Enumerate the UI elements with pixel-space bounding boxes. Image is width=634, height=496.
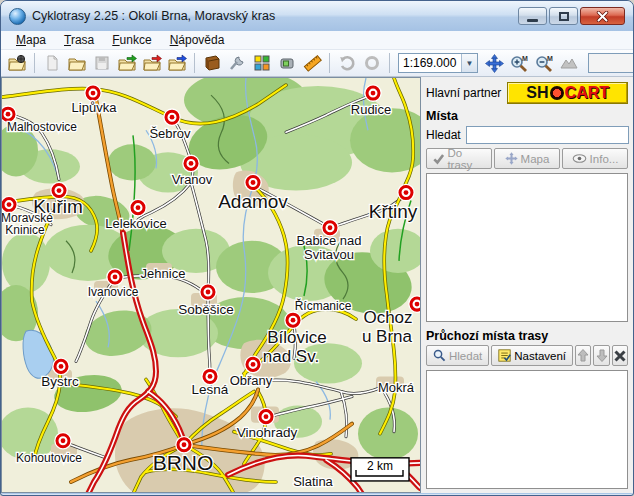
poi-marker[interactable] [107, 269, 123, 285]
poi-marker[interactable] [176, 437, 192, 453]
route-search-button[interactable]: Hledat [426, 345, 489, 366]
minimize-button[interactable] [518, 7, 547, 25]
zoom-out-map-icon: M [534, 54, 554, 73]
ruler-button[interactable] [300, 52, 324, 75]
map-place-label: nad Sv. [263, 347, 319, 366]
poi-marker[interactable] [200, 284, 216, 300]
places-panel-title: Místa [426, 109, 628, 123]
svg-text:M: M [547, 54, 553, 61]
poi-marker[interactable] [245, 356, 261, 372]
menu-bar: MapaTrasaFunkceNápověda [1, 31, 633, 50]
toolbar: 1:169.000 ▼ M [1, 50, 633, 77]
partner-label: Hlavní partner [426, 86, 501, 100]
chevron-down-icon[interactable]: ▼ [461, 54, 477, 72]
map-place-label: Ivanovice [88, 285, 139, 299]
map-place-label: Lipůvka [72, 100, 118, 115]
map-place-label: Adamov [218, 191, 288, 212]
poi-marker[interactable] [398, 185, 414, 201]
arrow-up-icon [577, 349, 589, 362]
menu-item-trasa[interactable]: Trasa [55, 31, 103, 49]
close-button[interactable] [580, 7, 625, 25]
poi-marker[interactable] [245, 174, 261, 190]
legend-squares-button[interactable] [250, 52, 274, 75]
move-up-button[interactable] [575, 345, 591, 366]
zoom-out-map-button[interactable]: M [532, 52, 556, 75]
menu-item-napoveda[interactable]: Nápověda [161, 31, 234, 49]
open-folder-icon [68, 54, 87, 72]
map-place-label: Malhostovice [7, 120, 77, 134]
map-place-label: Slatina [293, 474, 333, 489]
places-list[interactable] [426, 173, 628, 322]
map-place-label: Vinohrady [237, 425, 298, 440]
delete-button[interactable] [612, 345, 628, 366]
shocart-logo[interactable]: SHCART [507, 82, 628, 104]
ruler-icon [303, 54, 322, 72]
open-folder-button[interactable] [65, 52, 89, 75]
route-list[interactable] [426, 370, 628, 489]
poi-marker[interactable] [53, 358, 69, 374]
redo-button[interactable] [360, 52, 384, 75]
map-frame: 2 km MalhostoviceLipůvkaŠebrovRudiceVran… [1, 77, 421, 493]
app-window: Cyklotrasy 2.25 : Okolí Brna, Moravský k… [0, 0, 634, 496]
save-icon [93, 54, 111, 72]
folder-export-blue-button[interactable] [165, 52, 189, 75]
poi-marker[interactable] [183, 155, 199, 171]
search-label: Hledat [426, 128, 461, 142]
settings-checklist-icon [498, 349, 511, 362]
book-icon [203, 54, 222, 72]
menu-item-mapa[interactable]: Mapa [7, 31, 55, 49]
zoom-in-map-button[interactable]: M [507, 52, 531, 75]
gps-device-button[interactable] [275, 52, 299, 75]
close-x-icon [614, 350, 626, 362]
poi-marker[interactable] [130, 200, 146, 216]
maximize-icon [559, 12, 569, 21]
poi-marker[interactable] [258, 409, 274, 425]
route-settings-button[interactable]: Nastavení [491, 345, 573, 366]
folder-export-red-icon [143, 54, 162, 72]
folder-export-green-button[interactable] [115, 52, 139, 75]
map-place-label: Šebrov [149, 126, 191, 141]
save-button[interactable] [90, 52, 114, 75]
info-button[interactable]: Info... [562, 148, 628, 169]
redo-icon [363, 54, 381, 72]
undo-button[interactable] [335, 52, 359, 75]
close-icon [596, 11, 609, 22]
poi-marker[interactable] [365, 85, 381, 101]
map-place-label: Svitavou [304, 247, 354, 262]
map-place-label: Kninice [5, 223, 45, 237]
svg-text:M: M [522, 54, 528, 61]
svg-text:2 km: 2 km [367, 459, 393, 473]
map-canvas[interactable]: 2 km MalhostoviceLipůvkaŠebrovRudiceVran… [2, 78, 420, 492]
sidebar: Hlavní partner SHCART Místa Hledat Do tr… [421, 77, 633, 493]
arrow-down-icon [596, 349, 608, 362]
poi-marker[interactable] [164, 109, 180, 125]
pan-icon [485, 54, 504, 73]
check-icon [433, 153, 444, 165]
elevation-profile-button[interactable] [557, 52, 581, 75]
pan-button[interactable] [482, 52, 506, 75]
folder-export-red-button[interactable] [140, 52, 164, 75]
route-panel-title: Průchozí místa trasy [426, 329, 628, 343]
add-to-route-button[interactable]: Do trasy [426, 148, 492, 169]
scale-combobox[interactable]: 1:169.000 ▼ [398, 53, 478, 73]
move-down-button[interactable] [593, 345, 609, 366]
show-on-map-button[interactable]: Mapa [494, 148, 560, 169]
map-place-label: Bystrc [41, 374, 79, 389]
map-place-label: Řícmanice [295, 298, 352, 313]
wrench-button[interactable] [225, 52, 249, 75]
map-place-label: Kohoutovice [16, 451, 82, 465]
menu-item-funkce[interactable]: Funkce [103, 31, 160, 49]
places-search-input[interactable] [466, 126, 629, 144]
folder-export-blue-icon [168, 54, 187, 72]
search-icon [433, 349, 446, 362]
poi-marker[interactable] [285, 312, 301, 328]
map-place-label: Ochoz [363, 308, 412, 327]
map-place-label: Bílovice [267, 328, 326, 347]
pan-icon [505, 152, 518, 165]
new-file-button[interactable] [40, 52, 64, 75]
book-button[interactable] [200, 52, 224, 75]
maximize-button[interactable] [549, 7, 578, 25]
map-place-label: Vranov [172, 172, 213, 187]
poi-marker[interactable] [55, 433, 71, 449]
open-map-button[interactable] [5, 52, 29, 75]
